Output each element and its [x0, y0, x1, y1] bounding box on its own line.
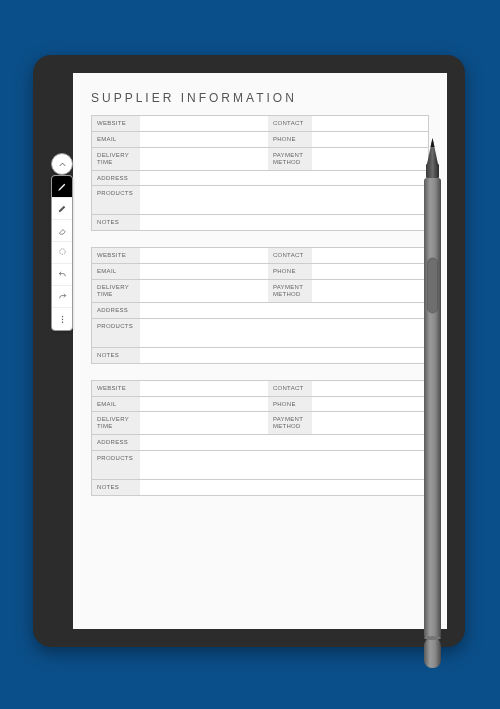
field-contact[interactable]: [312, 116, 428, 131]
label-email: EMAIL: [92, 132, 140, 147]
field-delivery-time[interactable]: [140, 280, 268, 302]
field-payment-method[interactable]: [312, 280, 428, 302]
field-notes[interactable]: [140, 215, 428, 230]
label-notes: NOTES: [92, 348, 140, 363]
redo-tool[interactable]: [52, 286, 72, 308]
field-contact[interactable]: [312, 381, 428, 396]
label-phone: PHONE: [268, 264, 312, 279]
field-products[interactable]: [140, 186, 428, 214]
label-payment-method: PAYMENT METHOD: [268, 280, 312, 302]
supplier-block: WEBSITE CONTACT EMAIL PHONE DELIVERY TIM…: [91, 247, 429, 363]
field-notes[interactable]: [140, 348, 428, 363]
tablet-screen: SUPPLIER INFORMATION WEBSITE CONTACT EMA…: [73, 73, 447, 629]
label-phone: PHONE: [268, 397, 312, 412]
field-address[interactable]: [140, 303, 428, 318]
label-notes: NOTES: [92, 215, 140, 230]
lasso-icon: [57, 247, 68, 258]
field-phone[interactable]: [312, 264, 428, 279]
label-notes: NOTES: [92, 480, 140, 495]
label-payment-method: PAYMENT METHOD: [268, 412, 312, 434]
label-email: EMAIL: [92, 397, 140, 412]
field-contact[interactable]: [312, 248, 428, 263]
field-payment-method[interactable]: [312, 148, 428, 170]
label-delivery-time: DELIVERY TIME: [92, 280, 140, 302]
tablet-device: SUPPLIER INFORMATION WEBSITE CONTACT EMA…: [33, 55, 465, 647]
label-phone: PHONE: [268, 132, 312, 147]
more-tool[interactable]: [52, 308, 72, 330]
label-contact: CONTACT: [268, 116, 312, 131]
field-email[interactable]: [140, 264, 268, 279]
field-phone[interactable]: [312, 397, 428, 412]
supplier-block: WEBSITE CONTACT EMAIL PHONE DELIVERY TIM…: [91, 115, 429, 231]
label-website: WEBSITE: [92, 116, 140, 131]
svg-point-3: [61, 321, 62, 322]
marker-icon: [57, 203, 68, 214]
svg-point-2: [61, 318, 62, 319]
undo-icon: [57, 269, 68, 280]
toolbar-collapse-button[interactable]: [51, 153, 73, 175]
supplier-block: WEBSITE CONTACT EMAIL PHONE DELIVERY TIM…: [91, 380, 429, 496]
eraser-tool[interactable]: [52, 220, 72, 242]
field-products[interactable]: [140, 451, 428, 479]
label-website: WEBSITE: [92, 381, 140, 396]
field-website[interactable]: [140, 381, 268, 396]
label-contact: CONTACT: [268, 248, 312, 263]
svg-point-1: [61, 316, 62, 317]
chevron-up-icon: [57, 159, 68, 170]
field-email[interactable]: [140, 132, 268, 147]
pen-icon: [57, 181, 68, 192]
label-products: PRODUCTS: [92, 451, 140, 479]
redo-icon: [57, 291, 68, 302]
field-address[interactable]: [140, 435, 428, 450]
pen-tool[interactable]: [52, 176, 72, 198]
document-page: SUPPLIER INFORMATION WEBSITE CONTACT EMA…: [73, 73, 447, 524]
label-products: PRODUCTS: [92, 186, 140, 214]
field-notes[interactable]: [140, 480, 428, 495]
field-products[interactable]: [140, 319, 428, 347]
field-website[interactable]: [140, 116, 268, 131]
field-phone[interactable]: [312, 132, 428, 147]
label-website: WEBSITE: [92, 248, 140, 263]
more-vertical-icon: [57, 314, 68, 325]
eraser-icon: [57, 225, 68, 236]
lasso-tool[interactable]: [52, 242, 72, 264]
field-delivery-time[interactable]: [140, 148, 268, 170]
label-address: ADDRESS: [92, 303, 140, 318]
label-contact: CONTACT: [268, 381, 312, 396]
label-delivery-time: DELIVERY TIME: [92, 412, 140, 434]
field-address[interactable]: [140, 171, 428, 186]
page-title: SUPPLIER INFORMATION: [91, 91, 429, 105]
field-delivery-time[interactable]: [140, 412, 268, 434]
field-website[interactable]: [140, 248, 268, 263]
undo-tool[interactable]: [52, 264, 72, 286]
label-email: EMAIL: [92, 264, 140, 279]
field-email[interactable]: [140, 397, 268, 412]
label-products: PRODUCTS: [92, 319, 140, 347]
label-address: ADDRESS: [92, 435, 140, 450]
field-payment-method[interactable]: [312, 412, 428, 434]
label-payment-method: PAYMENT METHOD: [268, 148, 312, 170]
marker-tool[interactable]: [52, 198, 72, 220]
drawing-toolbar: [51, 175, 73, 331]
label-delivery-time: DELIVERY TIME: [92, 148, 140, 170]
svg-point-0: [59, 249, 65, 255]
label-address: ADDRESS: [92, 171, 140, 186]
